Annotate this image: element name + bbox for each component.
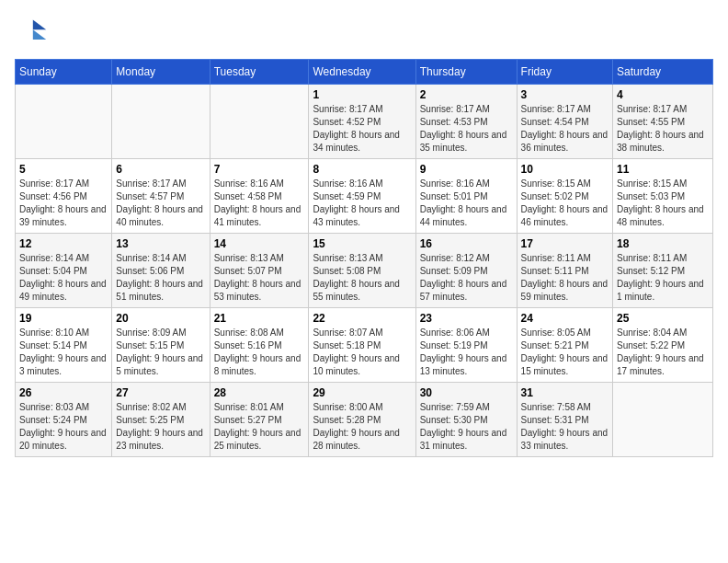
- calendar-cell: 7Sunrise: 8:16 AMSunset: 4:58 PMDaylight…: [210, 159, 309, 234]
- logo-icon: [15, 15, 48, 48]
- day-info: Sunrise: 8:17 AMSunset: 4:55 PMDaylight:…: [617, 103, 709, 155]
- day-info: Sunrise: 8:17 AMSunset: 4:52 PMDaylight:…: [313, 103, 411, 155]
- day-number: 23: [420, 312, 513, 325]
- svg-marker-0: [33, 19, 46, 29]
- day-info: Sunrise: 8:16 AMSunset: 4:58 PMDaylight:…: [214, 178, 305, 229]
- calendar-cell: 2Sunrise: 8:17 AMSunset: 4:53 PMDaylight…: [415, 85, 517, 159]
- day-number: 20: [116, 312, 205, 325]
- day-number: 25: [617, 312, 709, 325]
- day-info: Sunrise: 8:14 AMSunset: 5:04 PMDaylight:…: [19, 252, 108, 304]
- day-number: 16: [420, 237, 513, 250]
- page-header: [15, 15, 713, 48]
- calendar-header: SundayMondayTuesdayWednesdayThursdayFrid…: [16, 60, 713, 85]
- weekday-header-saturday: Saturday: [613, 60, 713, 85]
- weekday-header-monday: Monday: [112, 60, 210, 85]
- calendar-week-1: 1Sunrise: 8:17 AMSunset: 4:52 PMDaylight…: [16, 85, 713, 159]
- calendar-cell: 5Sunrise: 8:17 AMSunset: 4:56 PMDaylight…: [16, 159, 112, 234]
- day-number: 24: [521, 312, 609, 325]
- day-number: 22: [313, 312, 411, 325]
- day-number: 12: [19, 237, 108, 250]
- day-number: 18: [617, 237, 709, 250]
- day-info: Sunrise: 8:00 AMSunset: 5:28 PMDaylight:…: [313, 401, 411, 453]
- day-info: Sunrise: 8:13 AMSunset: 5:08 PMDaylight:…: [313, 252, 411, 304]
- calendar-cell: 18Sunrise: 8:11 AMSunset: 5:12 PMDayligh…: [613, 234, 713, 308]
- svg-marker-1: [33, 29, 46, 40]
- day-info: Sunrise: 8:06 AMSunset: 5:19 PMDaylight:…: [420, 327, 513, 378]
- day-number: 26: [19, 386, 108, 399]
- calendar-cell: 30Sunrise: 7:59 AMSunset: 5:30 PMDayligh…: [415, 383, 517, 457]
- calendar-week-4: 19Sunrise: 8:10 AMSunset: 5:14 PMDayligh…: [16, 308, 713, 383]
- weekday-header-tuesday: Tuesday: [210, 60, 309, 85]
- calendar-cell: [112, 85, 210, 159]
- day-info: Sunrise: 8:17 AMSunset: 4:56 PMDaylight:…: [19, 178, 108, 229]
- calendar-cell: 21Sunrise: 8:08 AMSunset: 5:16 PMDayligh…: [210, 308, 309, 383]
- calendar-cell: 17Sunrise: 8:11 AMSunset: 5:11 PMDayligh…: [517, 234, 612, 308]
- logo: [15, 15, 51, 48]
- day-info: Sunrise: 8:04 AMSunset: 5:22 PMDaylight:…: [617, 327, 709, 378]
- day-number: 13: [116, 237, 205, 250]
- day-number: 10: [521, 163, 609, 176]
- day-number: 28: [214, 386, 305, 399]
- day-info: Sunrise: 8:05 AMSunset: 5:21 PMDaylight:…: [521, 327, 609, 378]
- calendar-cell: 19Sunrise: 8:10 AMSunset: 5:14 PMDayligh…: [16, 308, 112, 383]
- day-number: 15: [313, 237, 411, 250]
- day-number: 1: [313, 88, 411, 101]
- day-info: Sunrise: 8:11 AMSunset: 5:11 PMDaylight:…: [521, 252, 609, 304]
- calendar-cell: 20Sunrise: 8:09 AMSunset: 5:15 PMDayligh…: [112, 308, 210, 383]
- calendar-cell: 10Sunrise: 8:15 AMSunset: 5:02 PMDayligh…: [517, 159, 612, 234]
- day-number: 14: [214, 237, 305, 250]
- day-number: 5: [19, 163, 108, 176]
- calendar-cell: 11Sunrise: 8:15 AMSunset: 5:03 PMDayligh…: [613, 159, 713, 234]
- day-number: 29: [313, 386, 411, 399]
- calendar-cell: 23Sunrise: 8:06 AMSunset: 5:19 PMDayligh…: [415, 308, 517, 383]
- calendar-cell: 8Sunrise: 8:16 AMSunset: 4:59 PMDaylight…: [309, 159, 415, 234]
- calendar-cell: 3Sunrise: 8:17 AMSunset: 4:54 PMDaylight…: [517, 85, 612, 159]
- weekday-header-row: SundayMondayTuesdayWednesdayThursdayFrid…: [16, 60, 713, 85]
- day-info: Sunrise: 8:13 AMSunset: 5:07 PMDaylight:…: [214, 252, 305, 304]
- day-info: Sunrise: 8:16 AMSunset: 4:59 PMDaylight:…: [313, 178, 411, 229]
- day-number: 2: [420, 88, 513, 101]
- day-number: 21: [214, 312, 305, 325]
- day-info: Sunrise: 8:11 AMSunset: 5:12 PMDaylight:…: [617, 252, 709, 304]
- calendar-cell: 1Sunrise: 8:17 AMSunset: 4:52 PMDaylight…: [309, 85, 415, 159]
- day-number: 17: [521, 237, 609, 250]
- day-number: 27: [116, 386, 205, 399]
- calendar-cell: 13Sunrise: 8:14 AMSunset: 5:06 PMDayligh…: [112, 234, 210, 308]
- calendar-cell: 9Sunrise: 8:16 AMSunset: 5:01 PMDaylight…: [415, 159, 517, 234]
- day-number: 3: [521, 88, 609, 101]
- day-info: Sunrise: 8:03 AMSunset: 5:24 PMDaylight:…: [19, 401, 108, 453]
- day-info: Sunrise: 8:01 AMSunset: 5:27 PMDaylight:…: [214, 401, 305, 453]
- calendar-week-5: 26Sunrise: 8:03 AMSunset: 5:24 PMDayligh…: [16, 383, 713, 457]
- calendar-cell: 27Sunrise: 8:02 AMSunset: 5:25 PMDayligh…: [112, 383, 210, 457]
- day-info: Sunrise: 8:10 AMSunset: 5:14 PMDaylight:…: [19, 327, 108, 378]
- day-number: 30: [420, 386, 513, 399]
- day-info: Sunrise: 8:17 AMSunset: 4:57 PMDaylight:…: [116, 178, 205, 229]
- weekday-header-friday: Friday: [517, 60, 612, 85]
- day-number: 31: [521, 386, 609, 399]
- calendar-cell: [210, 85, 309, 159]
- day-number: 9: [420, 163, 513, 176]
- day-info: Sunrise: 7:58 AMSunset: 5:31 PMDaylight:…: [521, 401, 609, 453]
- weekday-header-wednesday: Wednesday: [309, 60, 415, 85]
- calendar-cell: 15Sunrise: 8:13 AMSunset: 5:08 PMDayligh…: [309, 234, 415, 308]
- calendar-cell: 14Sunrise: 8:13 AMSunset: 5:07 PMDayligh…: [210, 234, 309, 308]
- calendar-cell: 28Sunrise: 8:01 AMSunset: 5:27 PMDayligh…: [210, 383, 309, 457]
- day-info: Sunrise: 7:59 AMSunset: 5:30 PMDaylight:…: [420, 401, 513, 453]
- calendar-body: 1Sunrise: 8:17 AMSunset: 4:52 PMDaylight…: [16, 85, 713, 457]
- calendar-cell: 6Sunrise: 8:17 AMSunset: 4:57 PMDaylight…: [112, 159, 210, 234]
- day-number: 8: [313, 163, 411, 176]
- day-info: Sunrise: 8:16 AMSunset: 5:01 PMDaylight:…: [420, 178, 513, 229]
- day-info: Sunrise: 8:08 AMSunset: 5:16 PMDaylight:…: [214, 327, 305, 378]
- weekday-header-sunday: Sunday: [16, 60, 112, 85]
- day-info: Sunrise: 8:14 AMSunset: 5:06 PMDaylight:…: [116, 252, 205, 304]
- calendar-cell: 16Sunrise: 8:12 AMSunset: 5:09 PMDayligh…: [415, 234, 517, 308]
- calendar-cell: 24Sunrise: 8:05 AMSunset: 5:21 PMDayligh…: [517, 308, 612, 383]
- day-info: Sunrise: 8:17 AMSunset: 4:53 PMDaylight:…: [420, 103, 513, 155]
- calendar-cell: 25Sunrise: 8:04 AMSunset: 5:22 PMDayligh…: [613, 308, 713, 383]
- day-number: 4: [617, 88, 709, 101]
- calendar-cell: 12Sunrise: 8:14 AMSunset: 5:04 PMDayligh…: [16, 234, 112, 308]
- day-info: Sunrise: 8:12 AMSunset: 5:09 PMDaylight:…: [420, 252, 513, 304]
- weekday-header-thursday: Thursday: [415, 60, 517, 85]
- calendar-week-2: 5Sunrise: 8:17 AMSunset: 4:56 PMDaylight…: [16, 159, 713, 234]
- calendar-cell: 29Sunrise: 8:00 AMSunset: 5:28 PMDayligh…: [309, 383, 415, 457]
